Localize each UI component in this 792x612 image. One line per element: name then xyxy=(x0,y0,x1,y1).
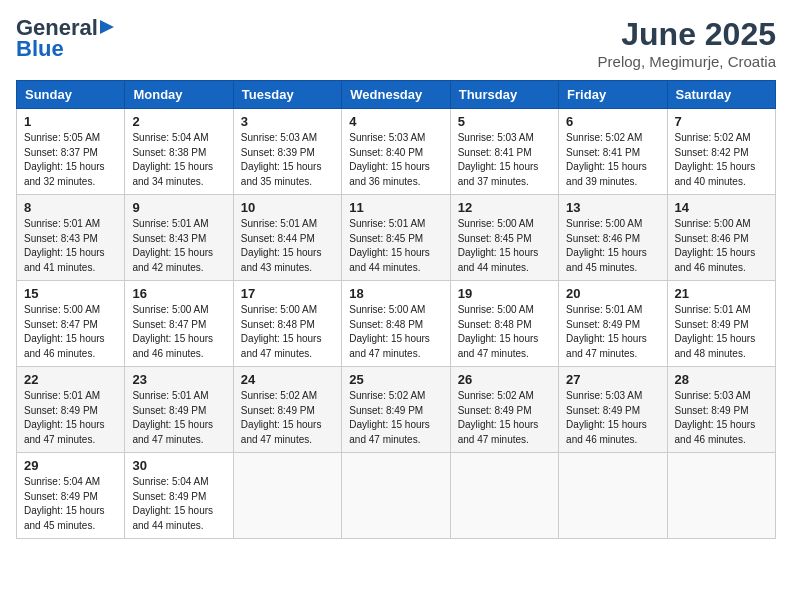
cell-info: Sunrise: 5:01 AM Sunset: 8:49 PM Dayligh… xyxy=(24,389,117,447)
calendar-cell: 19Sunrise: 5:00 AM Sunset: 8:48 PM Dayli… xyxy=(450,281,558,367)
day-number: 25 xyxy=(349,372,442,387)
day-number: 10 xyxy=(241,200,334,215)
calendar-week-row: 29Sunrise: 5:04 AM Sunset: 8:49 PM Dayli… xyxy=(17,453,776,539)
calendar-cell: 9Sunrise: 5:01 AM Sunset: 8:43 PM Daylig… xyxy=(125,195,233,281)
day-number: 19 xyxy=(458,286,551,301)
calendar-week-row: 22Sunrise: 5:01 AM Sunset: 8:49 PM Dayli… xyxy=(17,367,776,453)
cell-info: Sunrise: 5:03 AM Sunset: 8:39 PM Dayligh… xyxy=(241,131,334,189)
calendar-cell: 6Sunrise: 5:02 AM Sunset: 8:41 PM Daylig… xyxy=(559,109,667,195)
day-number: 26 xyxy=(458,372,551,387)
calendar-cell xyxy=(559,453,667,539)
calendar-cell: 15Sunrise: 5:00 AM Sunset: 8:47 PM Dayli… xyxy=(17,281,125,367)
day-header-wednesday: Wednesday xyxy=(342,81,450,109)
logo-blue-text: Blue xyxy=(16,36,64,62)
cell-info: Sunrise: 5:05 AM Sunset: 8:37 PM Dayligh… xyxy=(24,131,117,189)
day-number: 24 xyxy=(241,372,334,387)
calendar-cell: 30Sunrise: 5:04 AM Sunset: 8:49 PM Dayli… xyxy=(125,453,233,539)
cell-info: Sunrise: 5:02 AM Sunset: 8:42 PM Dayligh… xyxy=(675,131,768,189)
day-number: 6 xyxy=(566,114,659,129)
cell-info: Sunrise: 5:03 AM Sunset: 8:49 PM Dayligh… xyxy=(566,389,659,447)
day-header-saturday: Saturday xyxy=(667,81,775,109)
cell-info: Sunrise: 5:00 AM Sunset: 8:48 PM Dayligh… xyxy=(241,303,334,361)
calendar-body: 1Sunrise: 5:05 AM Sunset: 8:37 PM Daylig… xyxy=(17,109,776,539)
cell-info: Sunrise: 5:00 AM Sunset: 8:46 PM Dayligh… xyxy=(566,217,659,275)
page-header: General Blue June 2025 Prelog, Megimurje… xyxy=(16,16,776,70)
cell-info: Sunrise: 5:03 AM Sunset: 8:40 PM Dayligh… xyxy=(349,131,442,189)
day-number: 2 xyxy=(132,114,225,129)
day-number: 5 xyxy=(458,114,551,129)
day-number: 16 xyxy=(132,286,225,301)
calendar-cell: 21Sunrise: 5:01 AM Sunset: 8:49 PM Dayli… xyxy=(667,281,775,367)
day-number: 29 xyxy=(24,458,117,473)
calendar-header: SundayMondayTuesdayWednesdayThursdayFrid… xyxy=(17,81,776,109)
day-header-sunday: Sunday xyxy=(17,81,125,109)
header-row: SundayMondayTuesdayWednesdayThursdayFrid… xyxy=(17,81,776,109)
cell-info: Sunrise: 5:00 AM Sunset: 8:47 PM Dayligh… xyxy=(24,303,117,361)
calendar-cell xyxy=(233,453,341,539)
day-number: 22 xyxy=(24,372,117,387)
day-number: 28 xyxy=(675,372,768,387)
logo-arrow-icon xyxy=(100,20,114,34)
location-text: Prelog, Megimurje, Croatia xyxy=(598,53,776,70)
day-number: 27 xyxy=(566,372,659,387)
calendar-cell: 27Sunrise: 5:03 AM Sunset: 8:49 PM Dayli… xyxy=(559,367,667,453)
calendar-week-row: 1Sunrise: 5:05 AM Sunset: 8:37 PM Daylig… xyxy=(17,109,776,195)
day-header-friday: Friday xyxy=(559,81,667,109)
calendar-cell xyxy=(667,453,775,539)
cell-info: Sunrise: 5:02 AM Sunset: 8:49 PM Dayligh… xyxy=(458,389,551,447)
calendar-cell: 11Sunrise: 5:01 AM Sunset: 8:45 PM Dayli… xyxy=(342,195,450,281)
day-number: 1 xyxy=(24,114,117,129)
day-header-thursday: Thursday xyxy=(450,81,558,109)
cell-info: Sunrise: 5:02 AM Sunset: 8:49 PM Dayligh… xyxy=(349,389,442,447)
calendar-cell: 26Sunrise: 5:02 AM Sunset: 8:49 PM Dayli… xyxy=(450,367,558,453)
calendar-cell: 10Sunrise: 5:01 AM Sunset: 8:44 PM Dayli… xyxy=(233,195,341,281)
cell-info: Sunrise: 5:00 AM Sunset: 8:48 PM Dayligh… xyxy=(349,303,442,361)
calendar-cell: 25Sunrise: 5:02 AM Sunset: 8:49 PM Dayli… xyxy=(342,367,450,453)
calendar-cell: 1Sunrise: 5:05 AM Sunset: 8:37 PM Daylig… xyxy=(17,109,125,195)
title-block: June 2025 Prelog, Megimurje, Croatia xyxy=(598,16,776,70)
cell-info: Sunrise: 5:00 AM Sunset: 8:46 PM Dayligh… xyxy=(675,217,768,275)
calendar-cell: 8Sunrise: 5:01 AM Sunset: 8:43 PM Daylig… xyxy=(17,195,125,281)
calendar-cell: 4Sunrise: 5:03 AM Sunset: 8:40 PM Daylig… xyxy=(342,109,450,195)
cell-info: Sunrise: 5:01 AM Sunset: 8:49 PM Dayligh… xyxy=(566,303,659,361)
day-number: 13 xyxy=(566,200,659,215)
cell-info: Sunrise: 5:01 AM Sunset: 8:44 PM Dayligh… xyxy=(241,217,334,275)
calendar-cell: 20Sunrise: 5:01 AM Sunset: 8:49 PM Dayli… xyxy=(559,281,667,367)
calendar-cell: 18Sunrise: 5:00 AM Sunset: 8:48 PM Dayli… xyxy=(342,281,450,367)
calendar-cell: 16Sunrise: 5:00 AM Sunset: 8:47 PM Dayli… xyxy=(125,281,233,367)
cell-info: Sunrise: 5:02 AM Sunset: 8:49 PM Dayligh… xyxy=(241,389,334,447)
day-number: 14 xyxy=(675,200,768,215)
day-header-tuesday: Tuesday xyxy=(233,81,341,109)
calendar-cell: 13Sunrise: 5:00 AM Sunset: 8:46 PM Dayli… xyxy=(559,195,667,281)
cell-info: Sunrise: 5:01 AM Sunset: 8:49 PM Dayligh… xyxy=(675,303,768,361)
cell-info: Sunrise: 5:01 AM Sunset: 8:43 PM Dayligh… xyxy=(132,217,225,275)
cell-info: Sunrise: 5:04 AM Sunset: 8:38 PM Dayligh… xyxy=(132,131,225,189)
month-title: June 2025 xyxy=(598,16,776,53)
day-number: 20 xyxy=(566,286,659,301)
calendar-cell: 7Sunrise: 5:02 AM Sunset: 8:42 PM Daylig… xyxy=(667,109,775,195)
calendar-cell xyxy=(450,453,558,539)
day-number: 17 xyxy=(241,286,334,301)
calendar-cell: 23Sunrise: 5:01 AM Sunset: 8:49 PM Dayli… xyxy=(125,367,233,453)
calendar-cell: 17Sunrise: 5:00 AM Sunset: 8:48 PM Dayli… xyxy=(233,281,341,367)
day-number: 12 xyxy=(458,200,551,215)
cell-info: Sunrise: 5:00 AM Sunset: 8:48 PM Dayligh… xyxy=(458,303,551,361)
calendar-cell: 22Sunrise: 5:01 AM Sunset: 8:49 PM Dayli… xyxy=(17,367,125,453)
cell-info: Sunrise: 5:00 AM Sunset: 8:45 PM Dayligh… xyxy=(458,217,551,275)
calendar-cell: 3Sunrise: 5:03 AM Sunset: 8:39 PM Daylig… xyxy=(233,109,341,195)
cell-info: Sunrise: 5:03 AM Sunset: 8:49 PM Dayligh… xyxy=(675,389,768,447)
day-number: 8 xyxy=(24,200,117,215)
calendar-cell: 24Sunrise: 5:02 AM Sunset: 8:49 PM Dayli… xyxy=(233,367,341,453)
cell-info: Sunrise: 5:02 AM Sunset: 8:41 PM Dayligh… xyxy=(566,131,659,189)
calendar-cell: 12Sunrise: 5:00 AM Sunset: 8:45 PM Dayli… xyxy=(450,195,558,281)
cell-info: Sunrise: 5:01 AM Sunset: 8:43 PM Dayligh… xyxy=(24,217,117,275)
cell-info: Sunrise: 5:04 AM Sunset: 8:49 PM Dayligh… xyxy=(132,475,225,533)
day-number: 4 xyxy=(349,114,442,129)
day-number: 3 xyxy=(241,114,334,129)
day-header-monday: Monday xyxy=(125,81,233,109)
day-number: 11 xyxy=(349,200,442,215)
day-number: 15 xyxy=(24,286,117,301)
day-number: 18 xyxy=(349,286,442,301)
calendar-week-row: 8Sunrise: 5:01 AM Sunset: 8:43 PM Daylig… xyxy=(17,195,776,281)
cell-info: Sunrise: 5:01 AM Sunset: 8:49 PM Dayligh… xyxy=(132,389,225,447)
